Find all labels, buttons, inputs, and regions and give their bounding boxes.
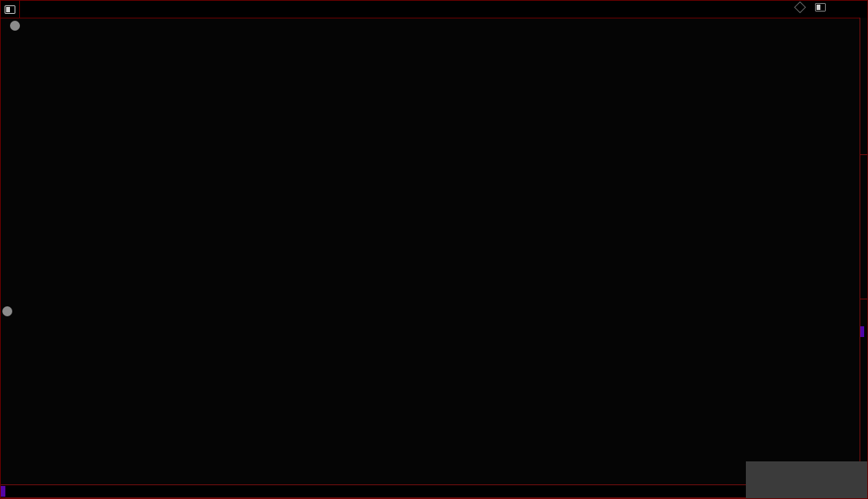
trading-app-window (0, 0, 868, 499)
site-watermark (746, 461, 868, 499)
time-axis (1, 484, 868, 498)
chart-canvas (1, 1, 868, 499)
strip-divider (860, 154, 868, 155)
strip-divider (860, 299, 868, 299)
strip-purple-marker (860, 326, 864, 337)
right-sidebar-strip[interactable] (860, 18, 868, 499)
indicator-chevron-icon[interactable] (2, 306, 12, 316)
indicator-header (1, 304, 823, 319)
selected-date-badge (1, 486, 5, 497)
